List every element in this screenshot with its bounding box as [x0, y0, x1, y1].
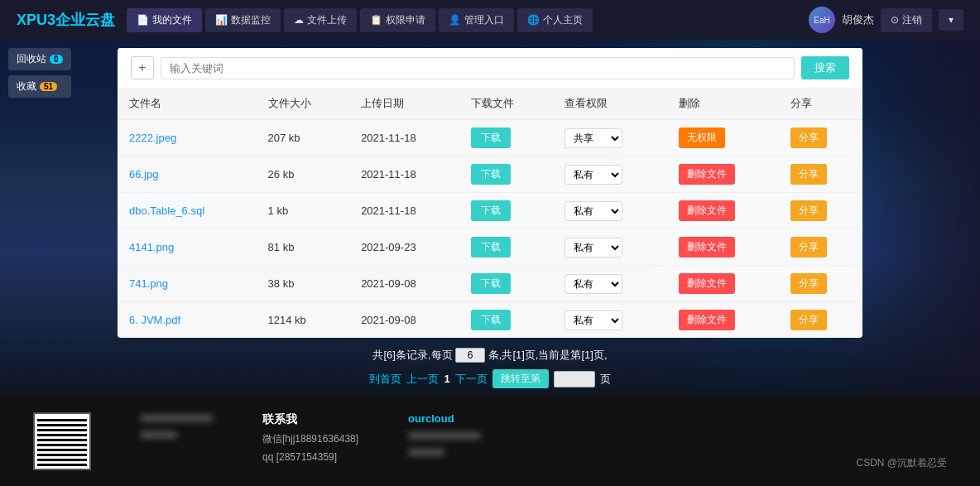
- cell-date: 2021-09-08: [349, 302, 459, 339]
- file-icon: 📄: [137, 14, 149, 26]
- delete-button[interactable]: 删除文件: [679, 164, 735, 185]
- cell-download: 下载: [459, 120, 553, 156]
- cell-download: 下载: [459, 266, 553, 302]
- cell-date: 2021-09-23: [349, 229, 459, 266]
- cell-delete: 删除文件: [667, 266, 779, 302]
- col-download: 下载文件: [459, 88, 553, 120]
- cell-filesize: 81 kb: [257, 229, 350, 266]
- pagination-links: 到首页 上一页 1 下一页 跳转至第 页: [0, 369, 980, 388]
- cell-permission: 共享 私有: [553, 120, 667, 156]
- cell-download: 下载: [459, 302, 553, 339]
- share-button[interactable]: 分享: [790, 310, 827, 330]
- favorites-button[interactable]: 收藏 51: [8, 75, 71, 98]
- jump-button[interactable]: 跳转至第: [492, 369, 549, 388]
- globe-icon: 🌐: [527, 14, 540, 26]
- table-row: 741.png 38 kb 2021-09-08 下载 私有 共享 删除文件 分…: [118, 266, 862, 302]
- cell-share: 分享: [779, 156, 862, 193]
- table-header-row: 文件名 文件大小 上传日期 下载文件 查看权限 删除 分享: [118, 88, 862, 120]
- cell-date: 2021-11-18: [349, 156, 459, 193]
- first-page-link[interactable]: 到首页: [369, 372, 401, 387]
- cell-share: 分享: [779, 229, 862, 266]
- username: 胡俊杰: [842, 12, 874, 27]
- cell-download: 下载: [459, 229, 553, 266]
- cell-filesize: 207 kb: [257, 120, 350, 156]
- download-button[interactable]: 下载: [471, 128, 511, 148]
- cell-share: 分享: [779, 302, 862, 339]
- admin-icon: 👤: [449, 14, 461, 26]
- cell-permission: 私有 共享: [553, 302, 667, 339]
- delete-button[interactable]: 删除文件: [679, 237, 735, 257]
- permission-select[interactable]: 共享 私有: [564, 128, 622, 148]
- recycle-bin-button[interactable]: 回收站 0: [8, 48, 71, 70]
- wechat-info: 微信[hjj18891636438]: [262, 432, 358, 446]
- permission-select[interactable]: 私有 共享: [564, 165, 622, 185]
- search-button[interactable]: 搜索: [801, 56, 849, 79]
- cell-filename: 2222.jpeg: [118, 120, 257, 156]
- download-button[interactable]: 下载: [471, 273, 511, 294]
- next-page-link[interactable]: 下一页: [455, 372, 488, 387]
- table-row: 2222.jpeg 207 kb 2021-11-18 下载 共享 私有 无权限…: [118, 120, 862, 156]
- pagination-info: 共[6]条记录,每页 条,共[1]页,当前是第[1]页,: [0, 348, 980, 363]
- share-button[interactable]: 分享: [790, 164, 827, 185]
- cell-permission: 私有 共享: [553, 156, 667, 193]
- nav-permission[interactable]: 📋 权限申请: [360, 8, 435, 32]
- permission-select[interactable]: 私有 共享: [564, 201, 622, 221]
- footer-brand-section: ourcloud ■■■■■■■■■■■■ ■■■■■■: [408, 412, 480, 458]
- download-button[interactable]: 下载: [471, 164, 511, 185]
- share-button[interactable]: 分享: [790, 128, 827, 148]
- table-row: 66.jpg 26 kb 2021-11-18 下载 私有 共享 删除文件 分享: [118, 156, 862, 193]
- download-button[interactable]: 下载: [471, 237, 511, 257]
- plus-icon: +: [138, 60, 146, 75]
- nav-user-area: EaH 胡俊杰 ⊙ 注销 ▾: [809, 7, 963, 33]
- delete-button[interactable]: 无权限: [679, 128, 725, 148]
- download-button[interactable]: 下载: [471, 200, 511, 221]
- add-button[interactable]: +: [131, 56, 154, 79]
- nav-admin[interactable]: 👤 管理入口: [439, 8, 514, 32]
- delete-button[interactable]: 删除文件: [679, 200, 735, 221]
- cell-date: 2021-09-08: [349, 266, 459, 302]
- col-permission: 查看权限: [553, 88, 667, 120]
- delete-button[interactable]: 删除文件: [679, 310, 735, 330]
- main-area: 回收站 0 收藏 51 + 搜索 文件名 文件大小 上传日期 下载文件: [0, 40, 980, 396]
- download-button[interactable]: 下载: [471, 310, 511, 330]
- nav-profile[interactable]: 🌐 个人主页: [517, 8, 593, 32]
- favorites-label: 收藏: [17, 79, 36, 94]
- col-delete: 删除: [667, 88, 779, 120]
- dropdown-button[interactable]: ▾: [939, 9, 963, 31]
- nav-my-files[interactable]: 📄 我的文件: [127, 8, 202, 32]
- prev-page-link[interactable]: 上一页: [406, 372, 439, 387]
- side-panel: 回收站 0 收藏 51: [8, 48, 71, 98]
- current-page: 1: [444, 373, 449, 385]
- cell-filename: dbo.Table_6.sql: [118, 193, 257, 229]
- perm-icon: 📋: [370, 14, 382, 26]
- jump-page-input[interactable]: [554, 371, 595, 387]
- permission-select[interactable]: 私有 共享: [564, 238, 622, 257]
- table-row: dbo.Table_6.sql 1 kb 2021-11-18 下载 私有 共享…: [118, 193, 862, 229]
- search-bar: + 搜索: [118, 48, 862, 88]
- logo: XPU3企业云盘: [17, 10, 115, 30]
- col-share: 分享: [779, 88, 862, 120]
- col-filesize: 文件大小: [257, 88, 350, 120]
- permission-select[interactable]: 私有 共享: [564, 310, 622, 330]
- table-row: 6. JVM.pdf 1214 kb 2021-09-08 下载 私有 共享 删…: [118, 302, 862, 339]
- cell-delete: 删除文件: [667, 193, 779, 229]
- cell-delete: 删除文件: [667, 302, 779, 339]
- share-button[interactable]: 分享: [790, 237, 827, 257]
- cell-delete: 无权限: [667, 120, 779, 156]
- nav-data-monitor[interactable]: 📊 数据监控: [205, 8, 281, 32]
- cell-share: 分享: [779, 120, 862, 156]
- cell-share: 分享: [779, 193, 862, 229]
- per-page-input[interactable]: [455, 348, 485, 363]
- cell-delete: 删除文件: [667, 229, 779, 266]
- top-nav: XPU3企业云盘 📄 我的文件 📊 数据监控 ☁ 文件上传 📋 权限申请 👤 管…: [0, 0, 980, 40]
- delete-button[interactable]: 删除文件: [679, 273, 735, 294]
- share-button[interactable]: 分享: [790, 273, 827, 294]
- cell-date: 2021-11-18: [349, 193, 459, 229]
- nav-upload[interactable]: ☁ 文件上传: [284, 8, 357, 32]
- total-records-text: 共[6]条记录,每页: [372, 349, 452, 361]
- search-input[interactable]: [161, 57, 795, 79]
- logout-button[interactable]: ⊙ 注销: [881, 8, 932, 32]
- permission-select[interactable]: 私有 共享: [564, 274, 622, 294]
- cell-filesize: 26 kb: [257, 156, 350, 193]
- share-button[interactable]: 分享: [790, 200, 827, 221]
